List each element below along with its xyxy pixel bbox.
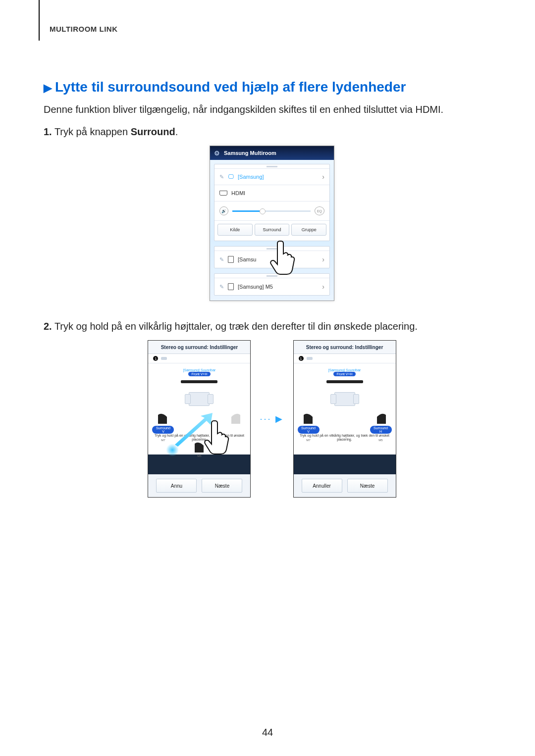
speaker-card-2: ✎ [Samsung] M5 ›	[214, 273, 330, 296]
speaker-dragging-model: M5	[197, 454, 201, 457]
volume-icon[interactable]: 🔊	[219, 206, 228, 215]
speaker-row-1[interactable]: ✎ [Samsu ›	[214, 251, 329, 268]
step-1-text-b: .	[175, 126, 178, 137]
step-indicator: 1	[294, 354, 396, 363]
drag-handle-icon[interactable]	[214, 274, 329, 278]
pencil-icon[interactable]: ✎	[219, 256, 224, 263]
device-card: ✎ 🖵 [Samsung] › HDMI 🔊 EQ	[214, 164, 330, 241]
sofa-icon	[189, 392, 210, 406]
device-brand: [Samsung]	[238, 174, 264, 180]
figure-2b-phone: Stereo og surround: Indstillinger 1 [Sam…	[293, 340, 396, 498]
step-dot-1: 1	[153, 356, 158, 361]
drag-hint-text: Tryk og hold på en vilkårlig højttaler, …	[300, 434, 390, 442]
soundbar-label: [Samsung] Soundbar Front V+H	[294, 368, 396, 376]
step-1: 1. Tryk på knappen Surround.	[44, 126, 500, 138]
figure-2a-phone: Stereo og surround: Indstillinger 1 [Sam…	[148, 340, 251, 498]
intro-paragraph: Denne funktion bliver tilgængelig, når i…	[44, 104, 500, 115]
cancel-button[interactable]: Annuller	[302, 479, 342, 493]
pencil-icon[interactable]: ✎	[219, 284, 224, 290]
soundbar-icon[interactable]	[326, 380, 363, 383]
speaker-1-label: [Samsu	[238, 256, 256, 262]
step-indicator: 1	[148, 354, 250, 363]
gear-icon[interactable]: ⚙	[214, 150, 220, 157]
sofa-icon	[334, 392, 355, 406]
cancel-button[interactable]: Annu	[156, 479, 197, 493]
dialog-title: Stereo og surround: Indstillinger	[148, 341, 250, 354]
header-rule	[39, 0, 40, 41]
volume-slider[interactable]	[232, 210, 311, 212]
speaker-right-icon[interactable]	[376, 412, 387, 425]
device-row-brand[interactable]: ✎ 🖵 [Samsung] ›	[214, 168, 329, 185]
speaker-icon	[228, 256, 234, 263]
touch-glow-icon	[166, 444, 179, 456]
surround-button[interactable]: Surround	[255, 224, 290, 236]
volume-thumb[interactable]	[260, 208, 266, 214]
chevron-right-icon[interactable]: ›	[322, 255, 324, 263]
speaker-right-placeholder-icon[interactable]	[230, 412, 241, 425]
sequence-arrow-icon: ··· ▶	[260, 413, 284, 424]
front-badge: Front V+H	[188, 372, 210, 376]
eq-button[interactable]: EQ	[315, 206, 324, 215]
device-row-hdmi[interactable]: HDMI	[214, 185, 329, 201]
step-2-number: 2.	[44, 321, 52, 332]
surround-layout-stage[interactable]: [Samsung] Soundbar Front V+H Surround V …	[148, 363, 250, 454]
figure-1-phone: ⚙ Samsung Multiroom ✎ 🖵 [Samsung] › HDMI	[210, 146, 334, 301]
step-1-text-a: Tryk på knappen	[52, 126, 131, 137]
speaker-left-icon[interactable]	[303, 412, 314, 425]
source-button[interactable]: Kilde	[217, 224, 253, 236]
step-1-bold: Surround	[131, 126, 175, 137]
step-1-number: 1.	[44, 126, 52, 137]
surround-layout-stage[interactable]: [Samsung] Soundbar Front V+H Surround V …	[294, 363, 396, 454]
speaker-row-2[interactable]: ✎ [Samsung] M5 ›	[214, 278, 329, 295]
speaker-icon	[228, 283, 234, 290]
heading-text: Lytte til surroundsound ved hjælp af fle…	[55, 79, 406, 95]
hdmi-icon	[219, 191, 227, 196]
step-dash	[161, 357, 167, 360]
pencil-icon[interactable]: ✎	[219, 174, 224, 180]
page-title: ▶Lytte til surroundsound ved hjælp af fl…	[44, 79, 500, 95]
section-label: MULTIROOM LINK	[50, 25, 118, 33]
soundbar-icon[interactable]	[181, 380, 217, 383]
speaker-dragging-icon[interactable]	[194, 441, 205, 454]
chevron-right-icon[interactable]: ›	[322, 173, 324, 181]
drag-arrow-icon	[172, 413, 214, 448]
drag-handle-icon[interactable]	[214, 164, 329, 168]
page-number: 44	[0, 727, 535, 738]
tv-icon: 🖵	[228, 173, 234, 180]
dialog-title: Stereo og surround: Indstillinger	[294, 341, 396, 354]
next-button[interactable]: Næste	[347, 479, 388, 493]
group-button[interactable]: Gruppe	[291, 224, 326, 236]
app-title: Samsung Multiroom	[224, 150, 276, 156]
speaker-card-1: ✎ [Samsu ›	[214, 246, 330, 268]
soundbar-label: [Samsung] Soundbar Front V+H	[148, 368, 250, 376]
next-button[interactable]: Næste	[202, 479, 242, 493]
step-2: 2. Tryk og hold på en vilkårlig højttale…	[44, 321, 500, 332]
speaker-2-label: [Samsung] M5	[238, 284, 273, 290]
step-dot-1: 1	[299, 356, 304, 361]
speaker-left-icon[interactable]	[157, 412, 168, 425]
front-badge: Front V+H	[333, 372, 355, 376]
heading-arrow-icon: ▶	[44, 82, 52, 94]
hdmi-label: HDMI	[231, 190, 245, 196]
step-2-text: Tryk og hold på en vilkårlig højttaler, …	[52, 321, 418, 332]
step-dash	[307, 357, 313, 360]
app-titlebar: ⚙ Samsung Multiroom	[210, 146, 334, 160]
chevron-right-icon[interactable]: ›	[322, 283, 324, 291]
drag-handle-icon[interactable]	[214, 247, 329, 251]
volume-row: 🔊 EQ	[214, 201, 329, 220]
